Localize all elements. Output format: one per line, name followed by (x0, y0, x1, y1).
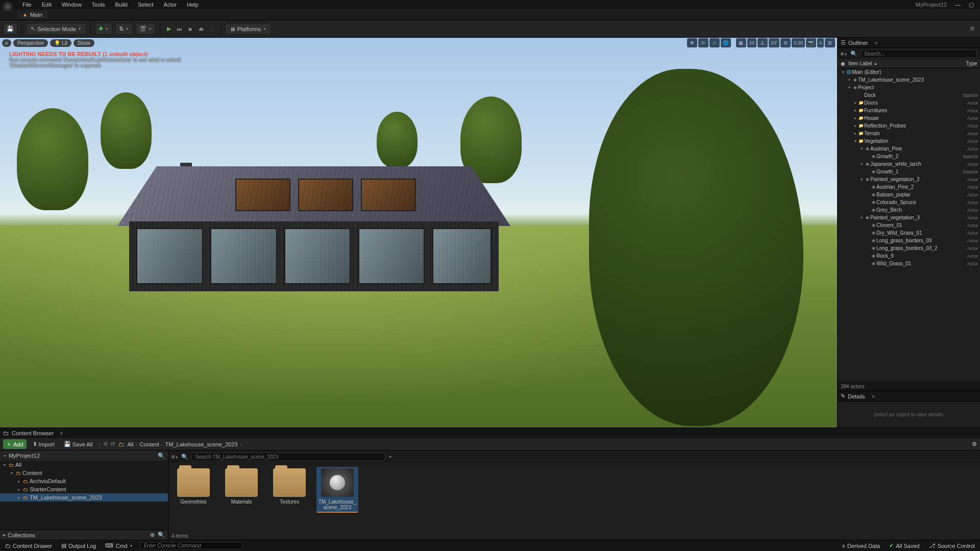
add-button[interactable]: ＋Add (3, 439, 27, 449)
source-tree-row[interactable]: ▸🗀ArchvisDefault (0, 477, 168, 485)
outliner-row[interactable]: ◉Growth_1StaticM (838, 168, 980, 176)
outliner-row[interactable]: ▾◉Japanese_white_larchActor (838, 160, 980, 168)
outliner-row[interactable]: ▾◉Painted_vegetation_3Actor (838, 214, 980, 221)
column-item-label[interactable]: Item Label (848, 61, 872, 66)
outliner-row[interactable]: ◉Grey_BirchActor (838, 206, 980, 214)
outliner-row[interactable]: ▸📁HouseActor (838, 114, 980, 122)
add-content-button[interactable]: ✚▼ (95, 23, 112, 35)
outliner-tree[interactable]: ▾🌐Main (Editor)▾◉TM_Lakehouse_scene_2023… (838, 68, 980, 382)
viewport-maximize-button[interactable]: ⊞ (825, 38, 835, 47)
source-control-button[interactable]: ⎇Source Control (927, 541, 977, 550)
import-button[interactable]: ⬇Import (30, 440, 58, 448)
outliner-row[interactable]: ◉Colorado_SpruceActor (838, 198, 980, 206)
grid-snap-value[interactable]: 10 (747, 38, 756, 47)
outliner-row[interactable]: ◉Wild_Grass_01Actor (838, 260, 980, 267)
breadcrumb-current[interactable]: TM_Lakehouse_scene_2023 (165, 441, 237, 447)
cmd-button[interactable]: ⌨Cmd▼ (103, 541, 135, 550)
play-options-button[interactable]: ⋮ (207, 24, 216, 34)
camera-speed-button[interactable]: 📷 (806, 38, 816, 47)
outliner-row[interactable]: ▾◉Painted_vegetation_2Actor (838, 176, 980, 183)
menu-help[interactable]: Help (182, 1, 204, 9)
close-icon[interactable]: × (872, 393, 875, 399)
selection-mode-button[interactable]: ↖ Selection Mode ▼ (26, 23, 86, 35)
derived-data-button[interactable]: ≡Derived Data (840, 542, 883, 550)
sources-tree[interactable]: ▾🗀All▾🗀Content▸🗀ArchvisDefault▸🗀StarterC… (0, 461, 168, 530)
output-log-button[interactable]: ▤Output Log (59, 541, 98, 550)
outliner-row[interactable]: ◉Dry_Wild_Grass_01Actor (838, 229, 980, 237)
viewport-show-button[interactable]: Show (74, 39, 94, 47)
app-logo-icon[interactable] (2, 1, 13, 12)
menu-edit[interactable]: Edit (37, 1, 57, 9)
menu-tools[interactable]: Tools (87, 1, 110, 9)
history-back-button[interactable]: ⟲ (103, 441, 108, 447)
asset-item[interactable]: Geometries (173, 467, 214, 513)
camera-speed-value[interactable]: 4 (817, 38, 824, 47)
outliner-row[interactable]: ▸📁FurnituresActor (838, 107, 980, 114)
column-type[interactable]: Type (966, 61, 977, 66)
outliner-row[interactable]: ◉Growth_2StaticM (838, 153, 980, 160)
viewport-options-button[interactable]: ≡ (2, 39, 11, 47)
outliner-row[interactable]: ◉Long_grass_borders_03_2Actor (838, 244, 980, 252)
window-maximize-icon[interactable]: ▢ (965, 2, 978, 8)
outliner-row[interactable]: ◉Balsam_poplarActor (838, 191, 980, 198)
settings-icon[interactable]: ⚙ (968, 24, 977, 34)
outliner-row[interactable]: DockStaticM (838, 91, 980, 99)
all-saved-button[interactable]: ✔All Saved (887, 541, 921, 550)
folder-icon[interactable]: 🗀 (118, 441, 124, 447)
viewport-3d-canvas[interactable] (0, 38, 837, 428)
outliner-row[interactable]: ▾📁VegetationActor (838, 137, 980, 145)
level-tab-main[interactable]: ▲ Main (17, 11, 47, 19)
play-button[interactable]: ▶ (164, 24, 174, 34)
asset-item[interactable]: TM_Lakehouse_scene_2023 (316, 467, 358, 513)
outliner-row[interactable]: ▸📁DoorsActor (838, 99, 980, 107)
outliner-search-input[interactable] (861, 49, 977, 58)
outliner-row[interactable]: ◉Rock_9Actor (838, 252, 980, 260)
outliner-row[interactable]: ▸📁Reflection_ProbesActor (838, 122, 980, 130)
cinematics-button[interactable]: 🎬▼ (136, 23, 156, 35)
scale-snap-value[interactable]: 0.25 (792, 38, 805, 47)
add-collection-icon[interactable]: ⊕ (150, 532, 155, 538)
breadcrumb-content[interactable]: Content (139, 441, 159, 447)
platforms-button[interactable]: 🖥 Platforms ▼ (225, 23, 271, 35)
grid-snap-button[interactable]: ▦ (736, 38, 746, 47)
angle-snap-button[interactable]: ∠ (757, 38, 768, 47)
window-minimize-icon[interactable]: ― (951, 2, 965, 8)
viewport-perspective-button[interactable]: Perspective (13, 39, 48, 47)
save-button[interactable]: 💾 (3, 23, 17, 35)
save-all-button[interactable]: 💾Save All (61, 440, 96, 448)
settings-icon[interactable]: ⚙ (972, 441, 977, 447)
collections-caret[interactable]: ▶ (3, 533, 6, 537)
filter-icon[interactable]: ≡▼ (841, 51, 847, 57)
source-tree-row[interactable]: ▾🗀Content (0, 469, 168, 477)
history-forward-button[interactable]: ⟳ (111, 441, 115, 447)
outliner-row[interactable]: ◉Austrian_Pine_2Actor (838, 183, 980, 191)
asset-item[interactable]: Textures (268, 467, 310, 513)
outliner-row[interactable]: ▾🌐Main (Editor) (838, 68, 980, 76)
translate-gizmo-button[interactable]: ✥ (687, 38, 697, 47)
content-drawer-button[interactable]: 🗀Content Drawer (3, 542, 54, 550)
assets-grid[interactable]: GeometriesMaterialsTexturesTM_Lakehouse_… (168, 463, 980, 532)
eye-column-icon[interactable]: ◉ (841, 61, 845, 66)
search-icon[interactable]: 🔍 (158, 453, 165, 459)
outliner-row[interactable]: ▾◉Austrian_PineActor (838, 145, 980, 153)
filter-icon[interactable]: ≡▼ (172, 454, 178, 460)
coord-space-button[interactable]: 🌐 (721, 38, 731, 47)
menu-actor[interactable]: Actor (159, 1, 182, 9)
sources-caret[interactable]: ▼ (3, 454, 7, 458)
viewport-lit-button[interactable]: 💡Lit (50, 39, 71, 47)
source-tree-row[interactable]: ▸🗀StarterContent (0, 485, 168, 493)
source-tree-row[interactable]: ▾🗀All (0, 461, 168, 469)
stop-button[interactable]: ■ (186, 24, 195, 34)
rotate-gizmo-button[interactable]: ↻ (698, 38, 708, 47)
menu-file[interactable]: File (17, 1, 37, 9)
outliner-row[interactable]: ▾◉TM_Lakehouse_scene_2023 (838, 76, 980, 84)
close-icon[interactable]: × (60, 430, 63, 436)
marketplace-button[interactable]: ⇅▼ (115, 23, 133, 35)
breadcrumb-all[interactable]: All (127, 441, 133, 447)
console-command-input[interactable] (140, 542, 242, 549)
assets-search-input[interactable] (191, 453, 385, 461)
skip-button[interactable]: ⏭ (175, 24, 184, 34)
scale-snap-button[interactable]: ⧉ (780, 38, 791, 47)
source-tree-row[interactable]: ▸🗀TM_Lakehouse_scene_2023 (0, 493, 168, 502)
asset-item[interactable]: Materials (220, 467, 262, 513)
